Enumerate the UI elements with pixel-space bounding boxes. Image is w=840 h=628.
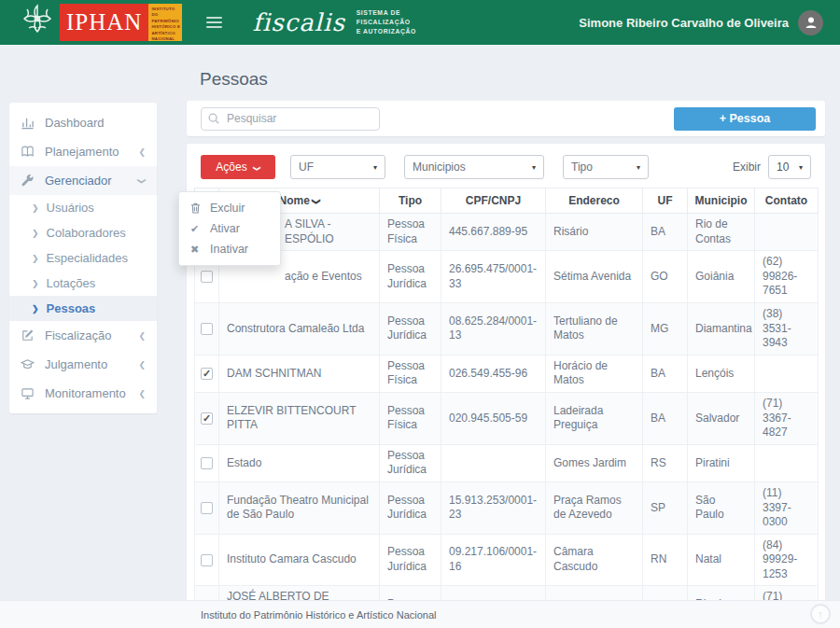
iphan-emblem-icon <box>17 2 58 43</box>
back-to-top-button[interactable]: ↑ <box>810 604 831 624</box>
cell-tipo: Pessoa Jurídica <box>380 481 441 534</box>
cell-nome: Construtora Camaleão Ltda <box>219 302 380 355</box>
column-header-municipio[interactable]: Municipio <box>688 188 755 214</box>
cell-municipio: Diamantina <box>688 302 755 355</box>
tipo-select[interactable]: Tipo ▾ <box>563 155 649 179</box>
select-caret-icon: ▾ <box>532 163 536 172</box>
iphan-logo[interactable]: IPHAN INSTITUTO DO PATRIMÔNIO HISTÓRICO … <box>60 4 182 41</box>
footer-text: Instituto do Patrimônio Histórico e Artí… <box>201 609 437 621</box>
iphan-logo-subtext: INSTITUTO DO PATRIMÔNIO HISTÓRICO E ARTÍ… <box>148 4 182 41</box>
actions-button[interactable]: Ações ❯ <box>201 155 275 179</box>
municipios-select[interactable]: Municipios ▾ <box>404 155 544 179</box>
cell-municipio: Natal <box>688 534 755 586</box>
uf-select-value: UF <box>299 160 314 174</box>
cell-uf: BA <box>643 392 688 444</box>
menu-item-inativar[interactable]: ✖ Inativar <box>179 239 280 259</box>
row-checkbox[interactable] <box>201 368 213 380</box>
sidebar-item-julgamento[interactable]: Julgamento ❮ <box>9 350 157 379</box>
cell-endereco: Tertuliano de Matos <box>546 302 643 355</box>
table-row: Estado Pessoa Jurídica Gomes Jardim RS P… <box>195 444 819 481</box>
sidebar-item-dashboard[interactable]: Dashboard <box>9 108 157 137</box>
cell-contato: (38) 3531-3943 <box>755 302 819 355</box>
cell-tipo: Pessoa Física <box>380 392 441 444</box>
sidebar-item-usuarios[interactable]: ❯ Usuários <box>9 195 157 220</box>
select-caret-icon: ▾ <box>637 163 640 172</box>
sidebar-item-gerenciador[interactable]: Gerenciador ❯ <box>9 166 157 195</box>
filter-row: Ações ❯ Excluir ✔ <box>201 155 811 179</box>
page-size-value: 10 <box>777 160 789 174</box>
sidebar-item-label: Pessoas <box>47 301 96 315</box>
column-header-uf[interactable]: UF <box>643 188 688 214</box>
menu-item-label: Inativar <box>210 243 248 256</box>
tipo-select-value: Tipo <box>571 160 593 174</box>
chevron-right-icon: ❯ <box>32 279 39 288</box>
chevron-right-icon: ❯ <box>32 254 39 263</box>
row-checkbox[interactable] <box>201 412 213 425</box>
cell-tipo: Pessoa Física <box>380 214 441 251</box>
sidebar-item-label: Dashboard <box>45 116 105 130</box>
cell-municipio: São Paulo <box>688 481 755 534</box>
sidebar-item-pessoas[interactable]: ❯ Pessoas <box>9 296 157 321</box>
cell-uf: GO <box>643 251 688 303</box>
column-header-cpf-cnpj[interactable]: CPF/CNPJ <box>441 188 546 214</box>
add-pessoa-button[interactable]: + Pessoa <box>674 107 816 131</box>
cell-contato <box>755 355 819 392</box>
chevron-left-icon: ❮ <box>138 331 146 341</box>
exibir-label: Exibir <box>733 160 761 174</box>
cell-cpf-cnpj: 26.695.475/0001-33 <box>441 251 546 303</box>
menu-toggle-icon[interactable] <box>206 17 222 28</box>
cell-nome: Instituto Camara Cascudo <box>219 534 380 586</box>
row-checkbox[interactable] <box>201 271 213 283</box>
sidebar-item-colaboradores[interactable]: ❯ Colaboradores <box>9 220 157 245</box>
sidebar-item-label: Gerenciador <box>45 174 112 188</box>
cell-uf: RS <box>643 444 688 481</box>
cell-nome: Fundação Theatro Municipal de São Paulo <box>219 481 380 534</box>
row-checkbox[interactable] <box>201 554 213 566</box>
cell-tipo: Pessoa Jurídica <box>380 302 441 355</box>
row-checkbox[interactable] <box>201 502 213 514</box>
table-row: DAM SCHNITMAN Pessoa Física 026.549.455-… <box>195 355 819 392</box>
uf-select[interactable]: UF ▾ <box>290 155 385 179</box>
municipios-select-value: Municipios <box>413 160 466 174</box>
chevron-left-icon: ❮ <box>138 360 146 370</box>
sidebar-item-lotacoes[interactable]: ❯ Lotações <box>9 271 157 296</box>
sidebar-item-monitoramento[interactable]: Monitoramento ❮ <box>9 379 157 408</box>
user-area[interactable]: Simone Ribeiro Carvalho de Oliveira <box>579 10 827 35</box>
cell-tipo: Pessoa Jurídica <box>380 444 441 481</box>
book-icon <box>21 145 36 159</box>
cell-nome: ELZEVIR BITTENCOURT PITTA <box>219 392 380 444</box>
page-size-select[interactable]: 10 ▾ <box>768 155 811 179</box>
cell-cpf-cnpj: 020.945.505-59 <box>441 392 546 444</box>
cell-contato: (71) 3367-4827 <box>755 392 819 444</box>
column-header-contato[interactable]: Contato <box>755 188 819 214</box>
sidebar-item-fiscalizacao[interactable]: Fiscalização ❮ <box>9 321 157 350</box>
table-header-row: Nome❯ Tipo CPF/CNPJ Endereco UF Municipi… <box>195 188 819 214</box>
table-row: Construtora Camaleão Ltda Pessoa Jurídic… <box>195 302 819 355</box>
table-row: Instituto Camara Cascudo Pessoa Jurídica… <box>195 534 819 586</box>
menu-item-excluir[interactable]: Excluir <box>179 198 280 218</box>
sidebar-item-planejamento[interactable]: Planejamento ❮ <box>9 137 157 166</box>
menu-item-ativar[interactable]: ✔ Ativar <box>179 218 280 239</box>
fiscalis-brand: fiscalis SISTEMA DE FISCALIZAÇÃO E AUTOR… <box>252 8 415 37</box>
column-header-endereco[interactable]: Endereco <box>546 188 643 214</box>
column-header-tipo[interactable]: Tipo <box>380 188 441 214</box>
search-input[interactable] <box>201 107 380 131</box>
row-checkbox[interactable] <box>201 457 213 469</box>
user-avatar-icon[interactable] <box>798 10 823 35</box>
search-icon <box>207 112 220 129</box>
table-row: ação e Eventos Pessoa Jurídica 26.695.47… <box>195 251 819 303</box>
row-checkbox[interactable] <box>201 323 213 335</box>
cell-endereco: Sétima Avenida <box>546 251 643 303</box>
top-header: IPHAN INSTITUTO DO PATRIMÔNIO HISTÓRICO … <box>0 0 840 45</box>
sidebar: Dashboard Planejamento ❮ Gerenciador ❯ ❯… <box>9 103 157 413</box>
menu-item-label: Excluir <box>210 202 245 215</box>
search-toolbar: + Pessoa <box>187 101 825 136</box>
user-name: Simone Ribeiro Carvalho de Oliveira <box>579 16 789 30</box>
sidebar-item-especialidades[interactable]: ❯ Especialidades <box>9 245 157 271</box>
dashboard-icon <box>21 116 36 130</box>
cell-endereco: Câmara Cascudo <box>546 534 643 586</box>
cell-cpf-cnpj: 08.625.284/0001-13 <box>441 302 546 355</box>
cell-tipo: Pessoa Jurídica <box>380 534 441 586</box>
actions-button-label: Ações <box>216 160 246 174</box>
actions-dropdown-menu: Excluir ✔ Ativar ✖ Inativar <box>178 191 281 266</box>
